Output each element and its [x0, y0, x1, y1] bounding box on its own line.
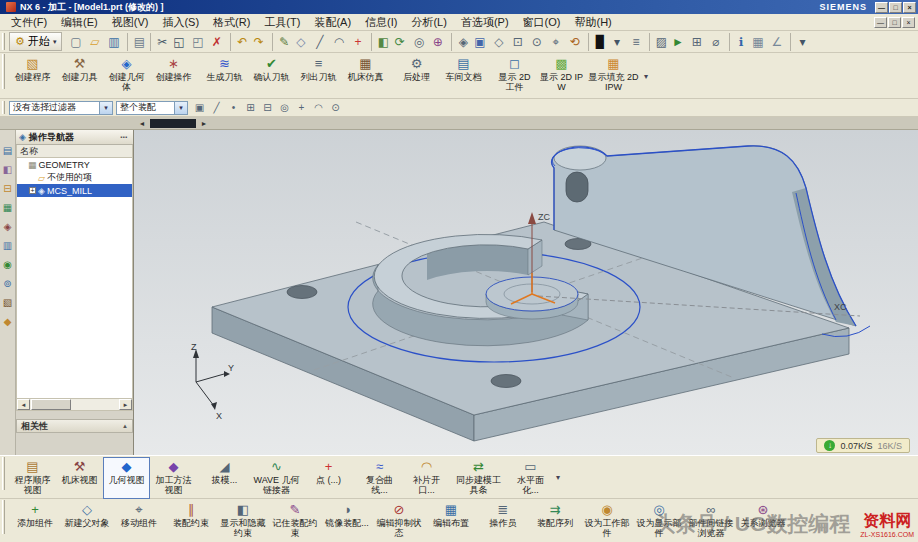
mdi-minimize-button[interactable]: —: [874, 17, 887, 28]
shop-documentation-button[interactable]: ▤ 车间文档: [440, 54, 487, 96]
machine-tool-view-button[interactable]: ⚒ 机床视图: [56, 457, 103, 499]
extrude-icon[interactable]: ◧: [371, 33, 390, 51]
create-geometry-button[interactable]: ◈ 创建几何体: [103, 54, 150, 96]
geometry-view-button[interactable]: ◆ 几何视图: [103, 457, 150, 499]
show-2d-workpiece-button[interactable]: ◻ 显示 2D 工件: [491, 54, 538, 96]
toolbar-grip[interactable]: [2, 33, 5, 50]
selection-filter-combo[interactable]: 没有选择过滤器 ▾: [9, 101, 113, 115]
plate-hole[interactable]: [287, 286, 317, 299]
reuse-library-icon[interactable]: ▥: [1, 239, 15, 252]
chevron-down-icon[interactable]: ▾: [174, 102, 187, 114]
show-2d-ipw-button[interactable]: ▩ 显示 2D IPW: [538, 54, 585, 96]
collapse-icon[interactable]: ▲: [122, 423, 128, 429]
tree-node-mcs-mill[interactable]: + ◈ MCS_MILL: [17, 184, 132, 197]
open-folder-icon[interactable]: ▱: [85, 33, 104, 51]
assembly-navigator-icon[interactable]: ▤: [1, 144, 15, 157]
wireframe-view-icon[interactable]: ◇: [489, 33, 508, 51]
plate-hole[interactable]: [491, 375, 521, 388]
menu-edit[interactable]: 编辑(E): [54, 14, 105, 31]
toolbar-grip[interactable]: [2, 101, 5, 115]
menu-window[interactable]: 窗口(O): [516, 14, 568, 31]
title-bar[interactable]: NX 6 - 加工 - [Model1.prt (修改的) ] SIEMENS …: [0, 0, 918, 14]
move-component-button[interactable]: ⌖ 移动组件: [113, 500, 165, 542]
menu-file[interactable]: 文件(F): [4, 14, 54, 31]
toolbar-overflow-icon[interactable]: ▾: [644, 72, 648, 81]
create-program-button[interactable]: ▧ 创建程序: [9, 54, 56, 96]
copy-icon[interactable]: ◱: [169, 33, 188, 51]
snap-center-icon[interactable]: ◎: [276, 100, 293, 115]
mirror-assembly-button[interactable]: ◑ 镜像装配...: [321, 500, 373, 542]
menu-insert[interactable]: 插入(S): [155, 14, 206, 31]
revolve-icon[interactable]: ⟳: [390, 33, 409, 51]
name-column-header[interactable]: 名称: [16, 145, 133, 158]
panel-options-icon[interactable]: ⋯: [120, 133, 130, 142]
hd3d-tools-icon[interactable]: ◉: [1, 258, 15, 271]
set-work-part-button[interactable]: ◉ 设为工作部件: [581, 500, 633, 542]
redo-icon[interactable]: ↷: [249, 33, 268, 51]
machine-tool-navigator-icon[interactable]: ◈: [1, 220, 15, 233]
angle-icon[interactable]: ∠: [767, 33, 786, 51]
scroll-left-icon[interactable]: ◄: [17, 399, 30, 410]
web-browser-icon[interactable]: ⊚: [1, 277, 15, 290]
draft-button[interactable]: ◢ 拔模...: [201, 457, 248, 499]
edit-arrangement-button[interactable]: ▦ 编辑布置: [425, 500, 477, 542]
select-point-icon[interactable]: •: [225, 100, 242, 115]
layer-icon[interactable]: ≡: [626, 33, 645, 51]
new-parent-button[interactable]: ◇ 新建父对象: [61, 500, 113, 542]
make-planar-button[interactable]: ▭ 水平面化...: [507, 457, 554, 499]
snap-end-icon[interactable]: ⊞: [242, 100, 259, 115]
scroll-right-icon[interactable]: ►: [119, 399, 132, 410]
snap-point-icon[interactable]: ⊞: [687, 33, 706, 51]
remember-constraints-button[interactable]: ✎ 记住装配约束: [269, 500, 321, 542]
tree-node-unused-items[interactable]: ▱ 不使用的项: [17, 171, 132, 184]
snap-mid-icon[interactable]: ⊟: [259, 100, 276, 115]
show-filled-2d-ipw-button[interactable]: ▦ 显示填充 2D IPW: [585, 54, 642, 96]
wave-geometry-linker-button[interactable]: ∿ WAVE 几何链接器: [248, 457, 305, 499]
chevron-down-icon[interactable]: ▾: [99, 102, 112, 114]
datum-plane-icon[interactable]: ◇: [291, 33, 310, 51]
menu-assemblies[interactable]: 装配(A): [307, 14, 358, 31]
menu-information[interactable]: 信息(I): [358, 14, 404, 31]
constraint-navigator-icon[interactable]: ◧: [1, 163, 15, 176]
sketch-icon[interactable]: ✎: [272, 33, 291, 51]
menu-analysis[interactable]: 分析(L): [404, 14, 453, 31]
snap-intersection-icon[interactable]: +: [293, 100, 310, 115]
edit-suppression-button[interactable]: ⊘ 编辑抑制状态: [373, 500, 425, 542]
hole-icon[interactable]: ◎: [409, 33, 428, 51]
start-menu-button[interactable]: ⚙ 开始 ▾: [9, 32, 62, 51]
restore-button[interactable]: □: [889, 2, 902, 13]
menu-tools[interactable]: 工具(T): [257, 14, 307, 31]
cut-icon[interactable]: ✂: [150, 33, 169, 51]
undo-icon[interactable]: ↶: [230, 33, 249, 51]
composite-curve-button[interactable]: ≈ 复合曲线...: [356, 457, 403, 499]
expander-icon[interactable]: [29, 174, 36, 181]
menu-format[interactable]: 格式(R): [206, 14, 257, 31]
color-swatch[interactable]: ▉: [588, 33, 607, 51]
arc-icon[interactable]: ◠: [329, 33, 348, 51]
side-wall-slot-hole[interactable]: [566, 172, 588, 202]
verify-toolpath-button[interactable]: ✔ 确认刀轨: [248, 54, 295, 96]
mdi-restore-button[interactable]: □: [888, 17, 901, 28]
operation-navigator-icon[interactable]: ▦: [1, 201, 15, 214]
create-tool-button[interactable]: ⚒ 创建刀具: [56, 54, 103, 96]
toolbar-options-icon[interactable]: ▾: [790, 33, 809, 51]
assembly-constraints-button[interactable]: ∥ 装配约束: [165, 500, 217, 542]
measure-icon[interactable]: ⌀: [706, 33, 725, 51]
pan-icon[interactable]: ⌖: [546, 33, 565, 51]
menu-view[interactable]: 视图(V): [105, 14, 156, 31]
delete-icon[interactable]: ✗: [207, 33, 226, 51]
expander-icon[interactable]: +: [29, 187, 36, 194]
set-display-part-button[interactable]: ◎ 设为显示部件: [633, 500, 685, 542]
show-hide-icon[interactable]: ▨: [649, 33, 668, 51]
fit-view-icon[interactable]: ⊡: [508, 33, 527, 51]
relations-browser-button[interactable]: ⊛ 关系浏览器: [737, 500, 789, 542]
model-canvas[interactable]: ZC XC Z Y X: [134, 130, 918, 455]
toolbar-overflow-icon[interactable]: ▾: [556, 473, 560, 482]
part-navigator-icon[interactable]: ⊟: [1, 182, 15, 195]
history-icon[interactable]: ▧: [1, 296, 15, 309]
create-operation-button[interactable]: ∗ 创建操作: [150, 54, 197, 96]
shaded-view-icon[interactable]: ▣: [470, 33, 489, 51]
magnify-icon[interactable]: ⊙: [327, 100, 344, 115]
add-component-button[interactable]: + 添加组件: [9, 500, 61, 542]
generate-toolpath-button[interactable]: ≋ 生成刀轨: [201, 54, 248, 96]
